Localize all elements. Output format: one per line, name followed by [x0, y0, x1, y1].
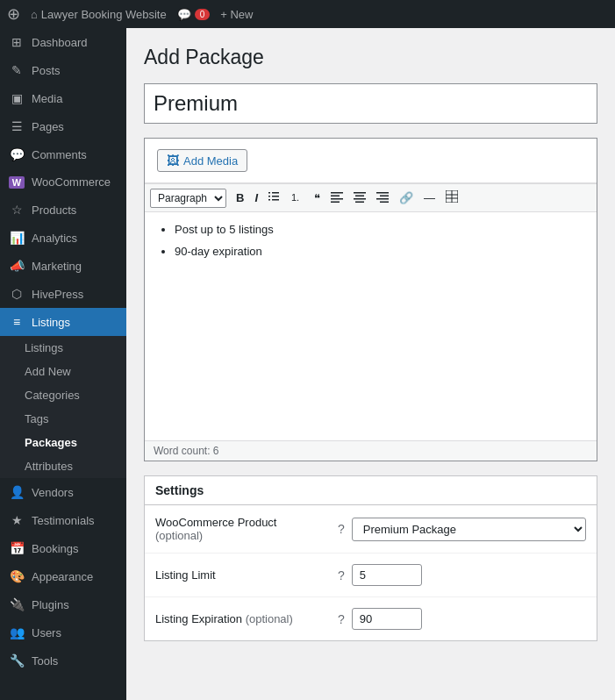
- settings-row-listing-limit: Listing Limit ?: [145, 554, 597, 597]
- svg-rect-13: [354, 198, 366, 200]
- editor-toolbar: Paragraph B I 1. ❝: [145, 183, 597, 212]
- woocommerce-product-select[interactable]: Premium Package Basic Package Standard P…: [352, 518, 586, 541]
- paragraph-select[interactable]: Paragraph: [150, 189, 226, 208]
- editor-content[interactable]: Post up to 5 listings 90-day expiration: [145, 212, 597, 440]
- sidebar-item-analytics[interactable]: 📊 Analytics: [0, 224, 126, 252]
- listing-expiration-label: Listing Expiration (optional): [155, 612, 331, 625]
- main-content: Add Package 🖼 Add Media Paragraph B I: [126, 28, 615, 700]
- sidebar-item-appearance[interactable]: 🎨 Appearance: [0, 562, 126, 590]
- svg-rect-5: [268, 199, 270, 201]
- sidebar-item-media[interactable]: ▣ Media: [0, 84, 126, 112]
- settings-row-woocommerce: WooCommerce Product (optional) ? Premium…: [145, 505, 597, 554]
- wp-logo-icon[interactable]: ⊕: [7, 4, 20, 24]
- sidebar-item-label: Vendors: [32, 486, 74, 499]
- new-label[interactable]: + New: [220, 8, 253, 21]
- sidebar-item-hivepress[interactable]: ⬡ HivePress: [0, 280, 126, 308]
- analytics-icon: 📊: [9, 231, 25, 245]
- align-left-button[interactable]: [326, 188, 347, 208]
- submenu-categories[interactable]: Categories: [0, 383, 126, 407]
- package-title-input[interactable]: [144, 83, 597, 124]
- svg-rect-11: [354, 192, 366, 194]
- add-media-icon: 🖼: [167, 154, 179, 168]
- sidebar: ⊞ Dashboard ✎ Posts ▣ Media ☰ Pages 💬 Co…: [0, 28, 126, 700]
- submenu-packages[interactable]: Packages: [0, 431, 126, 454]
- editor-list-item-2: 90-day expiration: [175, 243, 584, 261]
- word-count: Word count: 6: [154, 445, 218, 457]
- align-center-button[interactable]: [349, 188, 370, 208]
- vendors-icon: 👤: [9, 485, 25, 499]
- media-icon: ▣: [9, 91, 25, 105]
- horizontal-rule-button[interactable]: —: [419, 189, 440, 207]
- sidebar-item-label: Media: [32, 92, 62, 105]
- svg-rect-15: [376, 192, 389, 194]
- sidebar-item-label: Testimonials: [32, 514, 95, 527]
- woocommerce-icon: W: [9, 176, 25, 189]
- sidebar-item-dashboard[interactable]: ⊞ Dashboard: [0, 28, 126, 56]
- editor-list-item-1: Post up to 5 listings: [175, 221, 584, 239]
- listing-expiration-input[interactable]: [352, 608, 422, 630]
- italic-button[interactable]: I: [250, 189, 262, 207]
- sidebar-item-label: WooCommerce: [32, 175, 111, 189]
- sidebar-item-marketing[interactable]: 📣 Marketing: [0, 252, 126, 280]
- listing-limit-input[interactable]: [352, 564, 422, 586]
- sidebar-item-bookings[interactable]: 📅 Bookings: [0, 534, 126, 562]
- svg-text:1.: 1.: [291, 192, 299, 203]
- sidebar-item-vendors[interactable]: 👤 Vendors: [0, 478, 126, 506]
- sidebar-item-plugins[interactable]: 🔌 Plugins: [0, 590, 126, 618]
- listings-submenu: Listings Add New Categories Tags Package…: [0, 336, 126, 478]
- listings-icon: ≡: [9, 315, 25, 329]
- submenu-tags[interactable]: Tags: [0, 407, 126, 431]
- optional-label-exp: (optional): [246, 612, 293, 625]
- sidebar-item-label: Plugins: [32, 598, 69, 611]
- align-right-button[interactable]: [372, 188, 393, 208]
- submenu-add-new[interactable]: Add New: [0, 360, 126, 383]
- listing-expiration-help-icon[interactable]: ?: [338, 612, 345, 626]
- blockquote-button[interactable]: ❝: [310, 189, 325, 207]
- table-button[interactable]: [441, 188, 462, 208]
- sidebar-item-comments[interactable]: 💬 Comments: [0, 140, 126, 168]
- users-icon: 👥: [9, 625, 25, 639]
- sidebar-item-label: Comments: [32, 148, 87, 161]
- settings-row-listing-expiration: Listing Expiration (optional) ?: [145, 597, 597, 640]
- admin-bar-new[interactable]: + New: [220, 8, 253, 21]
- submenu-listings[interactable]: Listings: [0, 336, 126, 360]
- sidebar-item-users[interactable]: 👥 Users: [0, 618, 126, 646]
- settings-box: Settings WooCommerce Product (optional) …: [144, 475, 597, 641]
- add-media-label: Add Media: [183, 154, 238, 168]
- ordered-list-button[interactable]: 1.: [287, 188, 308, 208]
- sidebar-item-pages[interactable]: ☰ Pages: [0, 112, 126, 140]
- woocommerce-help-icon[interactable]: ?: [338, 522, 345, 536]
- unordered-list-button[interactable]: [264, 188, 285, 208]
- sidebar-item-woocommerce[interactable]: W WooCommerce: [0, 168, 126, 196]
- sidebar-item-posts[interactable]: ✎ Posts: [0, 56, 126, 84]
- admin-bar-comments[interactable]: 💬 0: [177, 8, 211, 21]
- sidebar-item-label: Listings: [32, 316, 70, 329]
- bold-button[interactable]: B: [232, 189, 248, 207]
- posts-icon: ✎: [9, 63, 25, 77]
- add-media-button[interactable]: 🖼 Add Media: [157, 149, 247, 172]
- svg-rect-18: [380, 202, 389, 204]
- woocommerce-control: Premium Package Basic Package Standard P…: [352, 518, 586, 541]
- link-button[interactable]: 🔗: [395, 189, 418, 207]
- listing-limit-label: Listing Limit: [155, 568, 331, 582]
- svg-rect-8: [331, 196, 340, 197]
- svg-rect-10: [331, 202, 340, 204]
- home-icon: ⌂: [31, 8, 38, 21]
- sidebar-item-listings[interactable]: ≡ Listings: [0, 308, 126, 336]
- sidebar-item-products[interactable]: ☆ Products: [0, 196, 126, 224]
- submenu-attributes[interactable]: Attributes: [0, 454, 126, 478]
- svg-rect-9: [331, 198, 343, 200]
- svg-rect-0: [272, 192, 279, 194]
- sidebar-item-label: Users: [32, 626, 61, 639]
- admin-bar: ⊕ ⌂ Lawyer Booking Website 💬 0 + New: [0, 0, 615, 28]
- listing-limit-help-icon[interactable]: ?: [338, 568, 345, 582]
- bookings-icon: 📅: [9, 541, 25, 555]
- word-count-bar: Word count: 6: [145, 440, 597, 461]
- sidebar-item-testimonials[interactable]: ★ Testimonials: [0, 506, 126, 534]
- dashboard-icon: ⊞: [9, 35, 25, 49]
- site-name[interactable]: Lawyer Booking Website: [41, 8, 167, 21]
- admin-bar-home[interactable]: ⌂ Lawyer Booking Website: [31, 8, 167, 21]
- pages-icon: ☰: [9, 119, 25, 133]
- optional-label: (optional): [155, 529, 203, 542]
- sidebar-item-tools[interactable]: 🔧 Tools: [0, 646, 126, 675]
